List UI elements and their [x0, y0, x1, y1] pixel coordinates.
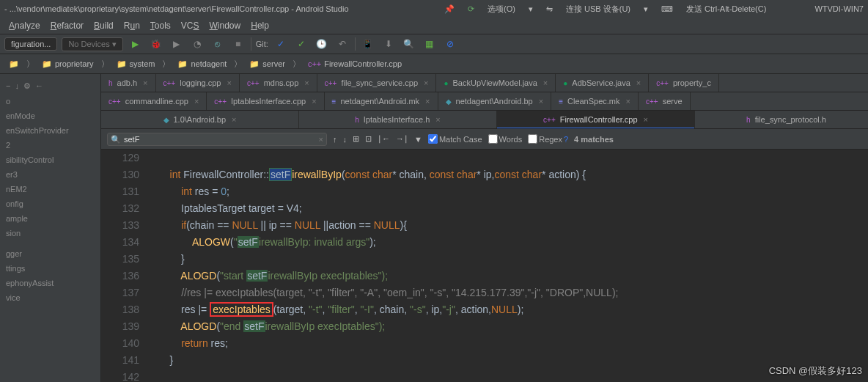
sidebar-item[interactable]: ttings	[0, 261, 100, 276]
words-toggle[interactable]: Words	[488, 134, 523, 144]
tool-minus[interactable]: −	[6, 81, 10, 91]
tool-gear-icon[interactable]: ⚙	[23, 81, 31, 91]
close-icon[interactable]: ×	[312, 97, 316, 106]
pin-icon[interactable]: 📌	[444, 4, 455, 14]
menu-vcs[interactable]: VCS	[177, 19, 204, 32]
filter-icon[interactable]: ▼	[414, 135, 422, 144]
devices-selector[interactable]: No Devices ▾	[62, 37, 122, 51]
sidebar-item[interactable]	[0, 240, 100, 246]
tab-AdbService-java[interactable]: ●AdbService.java×	[556, 74, 649, 92]
menu-help[interactable]: Help	[246, 19, 273, 32]
run-config-selector[interactable]: figuration...	[4, 37, 57, 51]
crumb-proprietary[interactable]: 📁 proprietary	[37, 58, 98, 70]
coverage-icon[interactable]: ▶	[169, 36, 185, 52]
tab-file_sync_protocol-h[interactable]: hfile_sync_protocol.h	[695, 111, 868, 128]
sidebar-item[interactable]: sibilityControl	[0, 153, 100, 167]
tab-FirewallController-cpp[interactable]: c++FirewallController.cpp×	[497, 111, 695, 128]
crumb-system[interactable]: 📁 system	[112, 58, 160, 70]
crumb-server[interactable]: 📁 server	[245, 58, 290, 70]
match-case-toggle[interactable]: Match Case	[428, 134, 482, 144]
select-all-icon[interactable]: ⊡	[365, 134, 372, 144]
layout-icon[interactable]: ▦	[422, 36, 438, 52]
avd-icon[interactable]: 📱	[360, 36, 376, 52]
sidebar-item[interactable]: ample	[0, 211, 100, 226]
menu-tools[interactable]: Tools	[146, 19, 175, 32]
stop-icon[interactable]: ■	[230, 36, 246, 52]
git-commit-icon[interactable]: ✓	[293, 36, 309, 52]
sidebar-item[interactable]: gger	[0, 246, 100, 261]
tab-serve[interactable]: c++serve	[639, 92, 691, 110]
fit-icon[interactable]: ⟳	[468, 4, 474, 14]
git-history-icon[interactable]: 🕒	[314, 36, 330, 52]
close-icon[interactable]: ×	[227, 78, 232, 87]
usb-label[interactable]: 连接 USB 设备(U)	[566, 4, 630, 15]
tab-property_c[interactable]: c++property_c	[649, 74, 719, 92]
menu-analyze[interactable]: Analyze	[4, 19, 45, 32]
close-icon[interactable]: ×	[143, 78, 147, 87]
next-match-icon[interactable]: ↓	[343, 135, 347, 144]
find-opt2[interactable]: →∣	[396, 134, 408, 144]
close-icon[interactable]: ×	[194, 97, 199, 106]
tab-commandline-cpp[interactable]: c++commandline.cpp×	[101, 92, 207, 110]
menu-run[interactable]: Run	[119, 19, 144, 32]
add-selection-icon[interactable]: ⊞	[353, 134, 359, 144]
close-icon[interactable]: ×	[636, 78, 641, 87]
crumb-netdagent[interactable]: 📁 netdagent	[173, 58, 231, 70]
menu-window[interactable]: Window	[205, 19, 246, 32]
tab-BackUpViewModel-java[interactable]: ●BackUpViewModel.java×	[436, 74, 556, 92]
options-label[interactable]: 选项(O)	[488, 4, 515, 15]
close-icon[interactable]: ×	[435, 115, 440, 124]
menu-refactor[interactable]: Refactor	[46, 19, 88, 32]
cad-label[interactable]: 发送 Ctrl-Alt-Delete(C)	[686, 4, 766, 15]
keyboard-icon[interactable]: ⌨	[661, 4, 673, 14]
tab-file_sync_service-cpp[interactable]: c++file_sync_service.cpp×	[317, 74, 437, 92]
close-icon[interactable]: ×	[232, 115, 236, 124]
clear-icon[interactable]: ×	[319, 135, 323, 144]
close-icon[interactable]: ×	[543, 78, 548, 87]
block-icon[interactable]: ⊘	[442, 36, 458, 52]
sdk-icon[interactable]: ⬇	[380, 36, 397, 52]
usb-icon[interactable]: ⇋	[546, 4, 553, 14]
code-text[interactable]: int FirewallController::setFirewallByIp(…	[150, 150, 868, 382]
prev-match-icon[interactable]: ↑	[333, 135, 337, 144]
close-icon[interactable]: ×	[644, 115, 648, 124]
sidebar-item[interactable]: o	[0, 94, 100, 109]
sidebar-item[interactable]: vice	[0, 290, 100, 305]
tab-IptablesInterface-h[interactable]: hIptablesInterface.h×	[299, 111, 497, 128]
git-rollback-icon[interactable]: ↶	[334, 36, 350, 52]
menu-build[interactable]: Build	[89, 19, 118, 32]
crumb-root[interactable]: 📁	[4, 58, 23, 70]
git-update-icon[interactable]: ✓	[273, 36, 289, 52]
resource-icon[interactable]: 🔍	[401, 36, 417, 52]
regex-toggle[interactable]: Regex ?	[528, 134, 568, 144]
close-icon[interactable]: ×	[539, 97, 543, 106]
tab-IptablesInterface-cpp[interactable]: c++IptablesInterface.cpp×	[207, 92, 324, 110]
close-icon[interactable]: ×	[425, 97, 430, 106]
search-input[interactable]: 🔍 setF ×	[107, 133, 327, 146]
attach-icon[interactable]: ⎋	[210, 36, 226, 52]
tab-CleanSpec-mk[interactable]: ≡CleanSpec.mk×	[551, 92, 639, 110]
close-icon[interactable]: ×	[626, 97, 630, 106]
sidebar-item[interactable]: sion	[0, 226, 100, 240]
debug-icon[interactable]: 🐞	[148, 36, 164, 52]
code-editor[interactable]: 129 130 131 132 133 134 135 136 137 138 …	[101, 150, 868, 382]
tab-1-0-Android-bp[interactable]: ◆1.0\Android.bp×	[101, 111, 299, 128]
tab-netdagent-Android-mk[interactable]: ≡netdagent\Android.mk×	[325, 92, 438, 110]
tab-netdagent-Android-bp[interactable]: ◆netdagent\Android.bp×	[438, 92, 552, 110]
tab-mdns-cpp[interactable]: c++mdns.cpp×	[240, 74, 317, 92]
sidebar-item[interactable]: onfig	[0, 196, 100, 211]
close-icon[interactable]: ×	[304, 78, 309, 87]
crumb-file[interactable]: c++ FirewallController.cpp	[304, 58, 406, 70]
tool-down[interactable]: ↓	[15, 81, 19, 91]
sidebar-item[interactable]: ephonyAssist	[0, 276, 100, 290]
tab-adb-h[interactable]: hadb.h×	[101, 74, 156, 92]
find-opt1[interactable]: ∣←	[378, 134, 390, 144]
sidebar-item[interactable]: enMode	[0, 109, 100, 123]
run-icon[interactable]: ▶	[128, 36, 144, 52]
sidebar-item[interactable]: er3	[0, 167, 100, 182]
close-icon[interactable]: ×	[424, 78, 428, 87]
profile-icon[interactable]: ◔	[189, 36, 205, 52]
tool-hide[interactable]: ←	[35, 81, 43, 91]
sidebar-item[interactable]: enSwitchProvider	[0, 123, 100, 138]
sidebar-item[interactable]: nEM2	[0, 182, 100, 196]
